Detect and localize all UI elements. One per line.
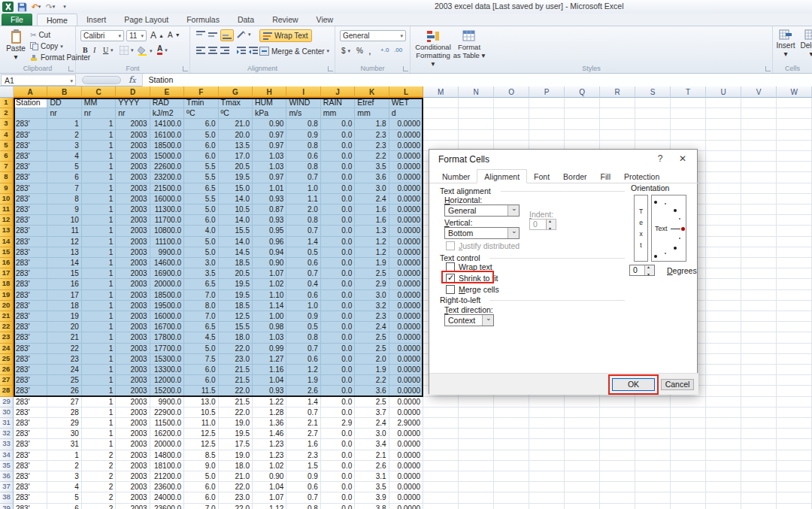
merge-cells-checkbox[interactable]: Merge cells xyxy=(446,285,499,294)
cell-A4[interactable]: 283' xyxy=(14,130,47,141)
cell-B25[interactable]: 23 xyxy=(47,354,81,365)
ribbon-tab-data[interactable]: Data xyxy=(229,14,263,26)
cell-G37[interactable]: 22.0 xyxy=(219,482,253,492)
cell-D13[interactable]: 2003 xyxy=(116,226,150,236)
cell-D28[interactable]: 2003 xyxy=(116,386,150,396)
cell-W2[interactable] xyxy=(777,108,812,119)
cell-A7[interactable]: 283' xyxy=(14,162,47,172)
cell-I4[interactable]: 0.9 xyxy=(286,130,320,141)
cell-F28[interactable]: 11.5 xyxy=(184,386,218,396)
cell-W11[interactable] xyxy=(777,205,812,215)
cell-A8[interactable]: 283' xyxy=(14,172,47,183)
cell-A39[interactable]: 283' xyxy=(14,504,47,509)
cell-U6[interactable] xyxy=(706,151,741,162)
cell-K26[interactable]: 1.9 xyxy=(355,365,389,375)
cell-B24[interactable]: 22 xyxy=(47,344,81,354)
row-header-17[interactable]: 17 xyxy=(0,268,14,279)
cell-N38[interactable] xyxy=(459,492,494,503)
row-header-37[interactable]: 37 xyxy=(0,482,14,492)
cell-D7[interactable]: 2003 xyxy=(116,162,150,172)
cell-Q37[interactable] xyxy=(565,482,600,492)
cell-H30[interactable]: 1.28 xyxy=(253,408,286,418)
cell-U29[interactable] xyxy=(706,397,741,408)
cell-O33[interactable] xyxy=(494,439,529,450)
ribbon-tab-home[interactable]: Home xyxy=(37,14,77,26)
cell-R3[interactable] xyxy=(600,119,635,129)
cell-C22[interactable]: 1 xyxy=(82,322,116,332)
cell-G33[interactable]: 17.5 xyxy=(219,439,253,450)
cell-L20[interactable]: 0.0000 xyxy=(389,301,423,311)
cell-L1[interactable]: WET xyxy=(389,98,423,108)
cell-J11[interactable]: 0.0 xyxy=(321,205,355,215)
cell-C10[interactable]: 1 xyxy=(82,194,116,205)
orientation-dial[interactable]: Text xyxy=(651,195,686,262)
cell-E33[interactable]: 20000.0 xyxy=(150,439,184,450)
cell-W9[interactable] xyxy=(777,183,812,194)
cell-B37[interactable]: 4 xyxy=(47,482,81,492)
font-size-combo[interactable]: 11▾ xyxy=(126,30,147,41)
cell-D20[interactable]: 2003 xyxy=(116,301,150,311)
column-header-W[interactable]: W xyxy=(777,86,812,98)
conditional-formatting-button[interactable]: ConditionalFormatting ▾ xyxy=(415,29,451,68)
cell-F38[interactable]: 6.0 xyxy=(184,492,218,503)
cell-M2[interactable] xyxy=(423,108,459,119)
cell-B22[interactable]: 20 xyxy=(47,322,81,332)
name-box[interactable]: A1▾ xyxy=(1,74,76,86)
cell-T2[interactable] xyxy=(671,108,706,119)
cell-G29[interactable]: 21.5 xyxy=(219,397,253,408)
cell-P34[interactable] xyxy=(529,450,565,461)
cell-D27[interactable]: 2003 xyxy=(116,375,150,386)
cell-D17[interactable]: 2003 xyxy=(116,268,150,279)
cell-M3[interactable] xyxy=(423,119,459,129)
cell-G32[interactable]: 19.5 xyxy=(219,429,253,439)
cell-P3[interactable] xyxy=(529,119,565,129)
cell-J16[interactable]: 0.0 xyxy=(321,258,355,268)
cell-E10[interactable]: 16000.0 xyxy=(150,194,184,205)
cell-N1[interactable] xyxy=(459,98,494,108)
cell-T36[interactable] xyxy=(671,471,706,482)
cell-I16[interactable]: 0.6 xyxy=(286,258,320,268)
cell-D19[interactable]: 2003 xyxy=(116,290,150,301)
cell-J25[interactable]: 0.0 xyxy=(321,354,355,365)
undo-icon[interactable]: ↶▾ xyxy=(30,2,42,12)
bold-button[interactable]: B xyxy=(83,46,88,54)
cell-C39[interactable]: 2 xyxy=(82,504,116,509)
row-header-6[interactable]: 6 xyxy=(0,151,14,162)
cell-L26[interactable]: 0.0000 xyxy=(389,365,423,375)
cell-F13[interactable]: 4.0 xyxy=(184,226,218,236)
cell-H29[interactable]: 1.22 xyxy=(253,397,286,408)
orientation-dot[interactable] xyxy=(674,247,677,250)
cell-J13[interactable]: 0.0 xyxy=(321,226,355,236)
cell-G34[interactable]: 19.0 xyxy=(219,450,253,461)
cell-C18[interactable]: 1 xyxy=(82,279,116,289)
row-header-25[interactable]: 25 xyxy=(0,354,14,365)
cell-P29[interactable] xyxy=(529,397,565,408)
cell-L31[interactable]: 2.9000 xyxy=(389,418,423,429)
cell-F16[interactable]: 3.0 xyxy=(184,258,218,268)
cell-E36[interactable]: 21200.0 xyxy=(150,471,184,482)
cell-L38[interactable]: 0.0000 xyxy=(389,492,423,503)
cell-G2[interactable]: ºC xyxy=(219,108,253,119)
cell-H4[interactable]: 0.97 xyxy=(253,130,286,141)
cell-Q29[interactable] xyxy=(565,397,600,408)
cell-D1[interactable]: YYYY xyxy=(116,98,150,108)
cell-V12[interactable] xyxy=(741,215,777,226)
cell-F5[interactable]: 6.0 xyxy=(184,141,218,151)
cell-U2[interactable] xyxy=(706,108,741,119)
row-header-18[interactable]: 18 xyxy=(0,279,14,289)
cell-E11[interactable]: 11300.0 xyxy=(150,205,184,215)
cell-H35[interactable]: 1.02 xyxy=(253,461,286,471)
cell-W14[interactable] xyxy=(777,237,812,247)
cell-G27[interactable]: 21.5 xyxy=(219,375,253,386)
cell-V2[interactable] xyxy=(741,108,777,119)
cell-E12[interactable]: 11700.0 xyxy=(150,215,184,226)
cell-I24[interactable]: 0.7 xyxy=(286,344,320,354)
cell-B23[interactable]: 21 xyxy=(47,332,81,343)
cell-I20[interactable]: 1.0 xyxy=(286,301,320,311)
cell-L16[interactable]: 0.0000 xyxy=(389,258,423,268)
increase-indent-button[interactable] xyxy=(249,47,258,54)
cell-F21[interactable]: 7.0 xyxy=(184,311,218,322)
cell-H8[interactable]: 0.97 xyxy=(253,172,286,183)
cell-A24[interactable]: 283' xyxy=(14,344,47,354)
cell-V36[interactable] xyxy=(741,471,777,482)
